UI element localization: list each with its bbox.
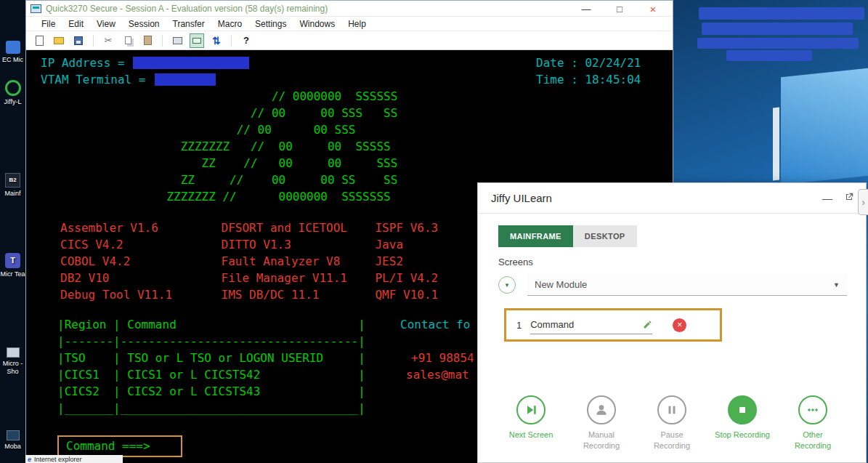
scissors-glyph: ✂ <box>105 36 113 45</box>
skip-next-icon <box>516 395 545 424</box>
window-controls: — □ × <box>569 1 670 17</box>
redacted-note-line <box>726 50 812 61</box>
delete-step-button[interactable]: × <box>673 318 686 332</box>
manual-recording-button[interactable]: Manual Recording <box>573 395 630 451</box>
toolbar-separator <box>231 35 232 47</box>
desktop-icon-shortcut[interactable]: Micro - Sho <box>0 347 25 377</box>
updown-arrows-icon: ⇅ <box>212 36 221 46</box>
person-icon <box>587 395 616 424</box>
vtam-terminal-label: VTAM Terminal = <box>41 71 146 88</box>
connect-transfer-icon[interactable]: ⇅ <box>209 33 224 48</box>
desktop-icon-moba[interactable]: Moba <box>0 430 25 451</box>
edit-pencil-icon[interactable] <box>643 320 652 329</box>
menu-macro[interactable]: Macro <box>211 19 248 29</box>
taskbar-item-label: Internet explorer <box>34 456 82 463</box>
menu-session[interactable]: Session <box>122 19 166 29</box>
app-icon <box>31 4 41 13</box>
menu-help[interactable]: Help <box>341 19 373 29</box>
stop-recording-button[interactable]: Stop Recording <box>714 395 771 451</box>
desktop-icon-label: Micro - Sho <box>0 360 25 377</box>
action-label: Next Screen <box>509 430 553 440</box>
title-bar[interactable]: Quick3270 Secure - Session A - Evaluatio… <box>26 1 673 17</box>
contact-phone: +91 98854 <box>411 350 474 366</box>
command-prompt[interactable]: Command ===> <box>66 438 150 454</box>
step-highlight-box: 1 × <box>504 308 722 342</box>
panel-header: Jiffy UILearn — <box>478 183 866 214</box>
panel-title: Jiffy UILearn <box>491 192 552 204</box>
vtam-terminal-redacted <box>155 73 216 86</box>
clipboard-icon <box>144 36 152 45</box>
desktop-icon-jiffy[interactable]: Jiffy-L <box>0 80 25 106</box>
new-session-icon[interactable] <box>32 33 46 48</box>
toolbar-separator <box>93 35 94 47</box>
help-icon[interactable]: ? <box>239 33 253 48</box>
menu-settings[interactable]: Settings <box>248 19 293 29</box>
save-icon[interactable] <box>71 33 86 48</box>
monitor-icon <box>173 37 182 44</box>
desktop-icon-label: Jiffy-L <box>0 98 25 106</box>
menu-file[interactable]: File <box>35 19 62 29</box>
pause-recording-button[interactable]: Pause Recording <box>644 395 700 451</box>
ec-app-icon <box>6 41 20 54</box>
contact-email: sales@mat <box>406 366 469 383</box>
module-select[interactable]: New Module ▼ <box>527 274 847 296</box>
desktop-icon-label: Moba <box>0 443 25 451</box>
step-command-input[interactable] <box>530 319 632 330</box>
module-expand-button[interactable]: ▼ <box>498 276 516 294</box>
teams-icon: T <box>5 253 20 268</box>
copy-icon[interactable] <box>121 33 135 48</box>
jiffy-ring-icon <box>5 80 21 96</box>
terminal-time: Time : 18:45:04 <box>536 71 641 88</box>
pause-icon <box>657 395 686 424</box>
internet-explorer-icon: e <box>28 456 31 463</box>
close-button[interactable]: × <box>636 1 670 17</box>
b2-app-icon: B2 <box>5 173 20 188</box>
zos-logo-ascii: // 0000000 SSSSSS // 00 00 SSS SS // 00 … <box>41 88 397 205</box>
desktop-icon-mainframe[interactable]: B2 Mainf <box>0 173 25 198</box>
minimize-button[interactable]: — <box>569 1 603 17</box>
menu-edit[interactable]: Edit <box>62 19 90 29</box>
keyboard-icon <box>192 38 201 44</box>
redacted-note-line <box>702 23 853 35</box>
next-screen-button[interactable]: Next Screen <box>503 395 559 451</box>
desktop-icon-label: Micr Tea <box>0 270 25 278</box>
ip-address-redacted <box>133 57 249 69</box>
region-command-table: |Region | Command | |-------|-----------… <box>57 316 365 416</box>
action-label: Other Recording <box>784 430 841 451</box>
stop-icon <box>728 395 757 424</box>
module-select-value: New Module <box>535 279 587 290</box>
keyboard-remap-icon[interactable] <box>190 33 204 48</box>
panel-tabs: MAINFRAME DESKTOP <box>498 225 637 247</box>
panel-popout-icon[interactable] <box>844 192 854 205</box>
product-list: Assembler V1.6 DFSORT and ICETOOL ISPF V… <box>60 220 438 303</box>
internet-explorer-label[interactable]: e Internet explorer <box>25 455 123 463</box>
action-label: Pause Recording <box>644 430 700 451</box>
action-label: Stop Recording <box>715 430 770 440</box>
menu-windows[interactable]: Windows <box>293 19 341 29</box>
moba-icon <box>7 430 20 440</box>
menu-bar: File Edit View Session Transfer Macro Se… <box>26 17 673 31</box>
menu-view[interactable]: View <box>90 19 122 29</box>
cut-icon[interactable]: ✂ <box>101 33 115 48</box>
other-recording-button[interactable]: Other Recording <box>784 395 841 451</box>
copy-pages-icon <box>125 36 131 44</box>
question-glyph: ? <box>243 36 249 45</box>
desktop-icon-teams[interactable]: T Micr Tea <box>0 253 25 278</box>
desktop-icon-label: Mainf <box>0 190 25 198</box>
desktop-icon-ec[interactable]: EC Mic <box>0 41 25 64</box>
folder-icon <box>54 37 64 44</box>
menu-transfer[interactable]: Transfer <box>166 19 211 29</box>
paste-icon[interactable] <box>140 33 155 48</box>
tab-desktop[interactable]: DESKTOP <box>573 225 637 247</box>
step-field <box>530 315 652 334</box>
screen-settings-icon[interactable] <box>170 33 184 48</box>
maximize-button[interactable]: □ <box>603 1 636 17</box>
tab-mainframe[interactable]: MAINFRAME <box>498 225 573 247</box>
open-icon[interactable] <box>52 33 66 48</box>
screens-label: Screens <box>498 257 533 267</box>
page-icon <box>36 36 44 46</box>
command-prompt-highlight: Command ===> <box>57 435 182 457</box>
panel-minimize-icon[interactable]: — <box>822 193 832 204</box>
panel-collapse-handle[interactable]: › <box>858 189 868 215</box>
windows-logo-edge <box>773 108 779 181</box>
